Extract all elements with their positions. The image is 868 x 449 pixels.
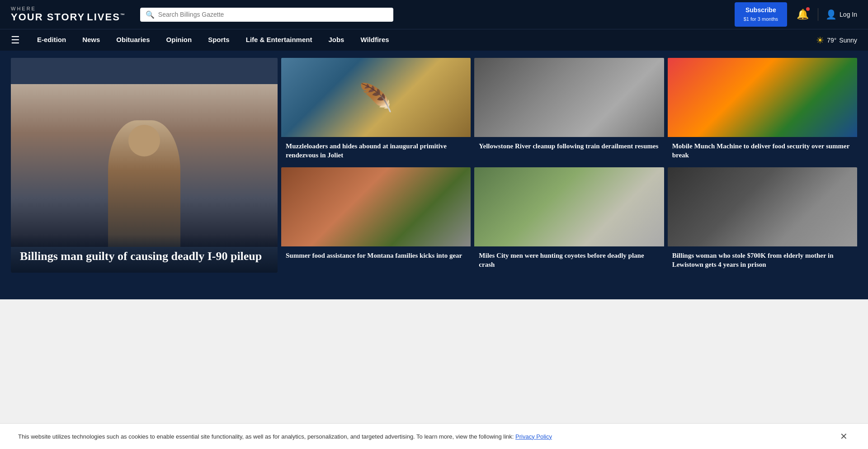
- card-image-cleanup: [474, 58, 664, 137]
- cookie-close-button[interactable]: ✕: [837, 430, 850, 443]
- nav-item-life-entertainment[interactable]: Life & Entertainment: [238, 29, 321, 51]
- nav-item-sports[interactable]: Sports: [200, 29, 238, 51]
- card-title-plane: Miles City men were hunting coyotes befo…: [474, 246, 664, 273]
- card-title-rendezvous: Muzzleloaders and hides abound at inaugu…: [281, 137, 471, 164]
- cookie-bar: This website utilizes technologies such …: [0, 423, 868, 449]
- card-title-cleanup: Yellowstone River cleanup following trai…: [474, 137, 664, 154]
- card-image-lewistown: [668, 167, 857, 246]
- hero-image-visual: [11, 84, 278, 247]
- card-image-munch: [668, 58, 857, 137]
- hero-title: Billings man guilty of causing deadly I-…: [20, 249, 269, 264]
- weather-condition: Sunny: [839, 37, 857, 44]
- search-input[interactable]: [158, 11, 388, 18]
- logo-your-story: YOUR STORY: [11, 11, 85, 23]
- hero-image: Billings man guilty of causing deadly I-…: [11, 58, 278, 273]
- header-actions: Subscribe $1 for 3 months 🔔 👤 Log In: [735, 2, 857, 27]
- logo-where: WHERE: [11, 6, 126, 11]
- hamburger-menu-button[interactable]: ☰: [11, 34, 20, 46]
- card-title-summer-food: Summer food assistance for Montana famil…: [281, 246, 471, 264]
- hero-article[interactable]: Billings man guilty of causing deadly I-…: [11, 58, 278, 273]
- weather-icon: ☀: [816, 35, 824, 46]
- nav-item-news[interactable]: News: [74, 29, 108, 51]
- card-article-plane[interactable]: Miles City men were hunting coyotes befo…: [474, 167, 664, 273]
- card-article-rendezvous[interactable]: Muzzleloaders and hides abound at inaugu…: [281, 58, 471, 164]
- subscribe-button[interactable]: Subscribe $1 for 3 months: [735, 2, 787, 27]
- below-fold-content: [0, 299, 868, 412]
- card-article-summer-food[interactable]: Summer food assistance for Montana famil…: [281, 167, 471, 273]
- card-image-plane: [474, 167, 664, 246]
- user-icon: 👤: [826, 9, 837, 20]
- card-article-munch[interactable]: Mobile Munch Machine to deliver food sec…: [668, 58, 857, 164]
- privacy-policy-link[interactable]: Privacy Policy: [515, 433, 552, 440]
- nav-item-wildfires[interactable]: Wildfires: [352, 29, 397, 51]
- card-article-cleanup[interactable]: Yellowstone River cleanup following trai…: [474, 58, 664, 164]
- main-nav: ☰ E-edition News Obituaries Opinion Spor…: [0, 29, 868, 51]
- nav-item-e-edition[interactable]: E-edition: [29, 29, 74, 51]
- search-bar[interactable]: 🔍: [140, 8, 393, 22]
- card-image-summer-food: [281, 167, 471, 246]
- cookie-text: This website utilizes technologies such …: [18, 433, 552, 440]
- weather-temp: 79°: [827, 37, 836, 44]
- search-icon: 🔍: [146, 10, 155, 19]
- weather-widget: ☀ 79° Sunny: [816, 35, 857, 46]
- header-divider: [818, 8, 818, 21]
- card-image-rendezvous: [281, 58, 471, 137]
- nav-item-opinion[interactable]: Opinion: [158, 29, 200, 51]
- site-logo[interactable]: WHERE YOUR STORY LIVES™: [11, 6, 126, 23]
- main-content: Billings man guilty of causing deadly I-…: [0, 51, 868, 299]
- nav-item-obituaries[interactable]: Obituaries: [108, 29, 158, 51]
- hero-overlay: Billings man guilty of causing deadly I-…: [11, 235, 278, 273]
- article-grid: Billings man guilty of causing deadly I-…: [11, 58, 857, 273]
- logo-lives: LIVES™: [87, 11, 126, 23]
- notification-dot: [806, 7, 810, 11]
- login-button[interactable]: 👤 Log In: [826, 9, 857, 20]
- nav-item-jobs[interactable]: Jobs: [320, 29, 352, 51]
- card-title-munch: Mobile Munch Machine to deliver food sec…: [668, 137, 857, 164]
- site-header: WHERE YOUR STORY LIVES™ 🔍 Subscribe $1 f…: [0, 0, 868, 29]
- card-title-lewistown: Billings woman who stole $700K from elde…: [668, 246, 857, 273]
- card-article-lewistown[interactable]: Billings woman who stole $700K from elde…: [668, 167, 857, 273]
